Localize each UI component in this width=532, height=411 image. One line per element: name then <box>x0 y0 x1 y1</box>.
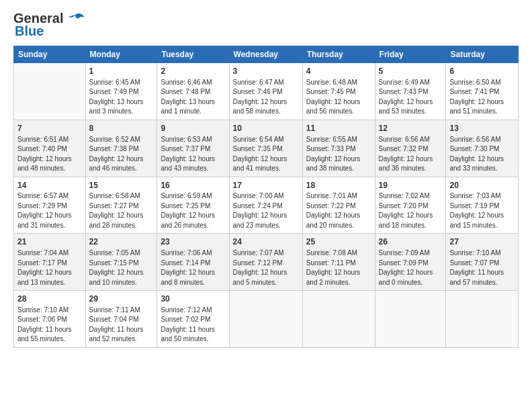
day-number: 22 <box>89 236 154 248</box>
calendar-cell: 22Sunrise: 7:05 AM Sunset: 7:15 PM Dayli… <box>85 234 157 291</box>
day-number: 7 <box>17 123 82 134</box>
day-number: 24 <box>233 236 299 248</box>
calendar-cell: 2Sunrise: 6:46 AM Sunset: 7:48 PM Daylig… <box>157 63 229 120</box>
calendar-header: SundayMondayTuesdayWednesdayThursdayFrid… <box>14 46 519 63</box>
calendar-cell: 3Sunrise: 6:47 AM Sunset: 7:46 PM Daylig… <box>229 63 302 120</box>
calendar-cell <box>375 291 446 348</box>
calendar-cell: 17Sunrise: 7:00 AM Sunset: 7:24 PM Dayli… <box>229 177 302 234</box>
day-info: Sunrise: 6:54 AM Sunset: 7:35 PM Dayligh… <box>233 135 299 174</box>
calendar-cell: 15Sunrise: 6:58 AM Sunset: 7:27 PM Dayli… <box>85 177 157 234</box>
day-info: Sunrise: 7:11 AM Sunset: 7:04 PM Dayligh… <box>89 306 154 345</box>
calendar-cell: 28Sunrise: 7:10 AM Sunset: 7:06 PM Dayli… <box>14 291 86 348</box>
day-number: 11 <box>306 123 371 134</box>
day-info: Sunrise: 7:06 AM Sunset: 7:14 PM Dayligh… <box>161 248 225 287</box>
day-info: Sunrise: 6:56 AM Sunset: 7:30 PM Dayligh… <box>449 135 515 174</box>
day-info: Sunrise: 7:08 AM Sunset: 7:11 PM Dayligh… <box>306 248 371 287</box>
calendar-cell <box>446 291 519 348</box>
day-number: 21 <box>17 236 82 248</box>
calendar-cell: 11Sunrise: 6:55 AM Sunset: 7:33 PM Dayli… <box>302 120 375 177</box>
day-number: 6 <box>449 66 515 77</box>
day-number: 28 <box>17 293 82 305</box>
day-number: 5 <box>379 66 443 77</box>
logo-text-blue: Blue <box>15 24 44 39</box>
calendar-cell: 24Sunrise: 7:07 AM Sunset: 7:12 PM Dayli… <box>229 234 302 291</box>
calendar-week-4: 21Sunrise: 7:04 AM Sunset: 7:17 PM Dayli… <box>14 234 519 291</box>
day-info: Sunrise: 7:05 AM Sunset: 7:15 PM Dayligh… <box>89 248 154 287</box>
calendar-cell: 4Sunrise: 6:48 AM Sunset: 7:45 PM Daylig… <box>302 63 375 120</box>
day-number: 19 <box>379 180 443 191</box>
day-info: Sunrise: 6:46 AM Sunset: 7:48 PM Dayligh… <box>161 78 225 117</box>
logo: General Blue <box>13 11 85 39</box>
calendar-cell: 9Sunrise: 6:53 AM Sunset: 7:37 PM Daylig… <box>157 120 229 177</box>
day-info: Sunrise: 6:59 AM Sunset: 7:25 PM Dayligh… <box>161 191 225 230</box>
calendar-cell: 16Sunrise: 6:59 AM Sunset: 7:25 PM Dayli… <box>157 177 229 234</box>
day-number: 14 <box>17 180 82 191</box>
day-number: 8 <box>89 123 154 134</box>
day-info: Sunrise: 7:01 AM Sunset: 7:22 PM Dayligh… <box>306 191 371 230</box>
day-number: 29 <box>89 293 154 305</box>
calendar-cell: 30Sunrise: 7:12 AM Sunset: 7:02 PM Dayli… <box>157 291 229 348</box>
logo-bird-icon <box>66 12 85 26</box>
calendar-cell: 25Sunrise: 7:08 AM Sunset: 7:11 PM Dayli… <box>302 234 375 291</box>
day-number: 10 <box>233 123 299 134</box>
day-info: Sunrise: 7:04 AM Sunset: 7:17 PM Dayligh… <box>17 248 82 287</box>
day-number: 17 <box>233 180 299 191</box>
calendar-week-3: 14Sunrise: 6:57 AM Sunset: 7:29 PM Dayli… <box>14 177 519 234</box>
weekday-header-monday: Monday <box>85 46 157 63</box>
day-number: 9 <box>161 123 225 134</box>
day-number: 26 <box>379 236 443 248</box>
day-info: Sunrise: 6:50 AM Sunset: 7:41 PM Dayligh… <box>449 78 515 117</box>
day-number: 25 <box>306 236 371 248</box>
calendar-cell: 10Sunrise: 6:54 AM Sunset: 7:35 PM Dayli… <box>229 120 302 177</box>
day-info: Sunrise: 7:03 AM Sunset: 7:19 PM Dayligh… <box>449 191 515 230</box>
day-number: 16 <box>161 180 225 191</box>
weekday-header-saturday: Saturday <box>446 46 519 63</box>
calendar-cell: 26Sunrise: 7:09 AM Sunset: 7:09 PM Dayli… <box>375 234 446 291</box>
weekday-header-thursday: Thursday <box>302 46 375 63</box>
day-number: 1 <box>89 66 154 77</box>
day-number: 23 <box>161 236 225 248</box>
calendar-cell: 6Sunrise: 6:50 AM Sunset: 7:41 PM Daylig… <box>446 63 519 120</box>
day-number: 12 <box>379 123 443 134</box>
calendar-week-5: 28Sunrise: 7:10 AM Sunset: 7:06 PM Dayli… <box>14 291 519 348</box>
weekday-header-friday: Friday <box>375 46 446 63</box>
day-info: Sunrise: 7:10 AM Sunset: 7:06 PM Dayligh… <box>17 306 82 345</box>
day-info: Sunrise: 6:53 AM Sunset: 7:37 PM Dayligh… <box>161 135 225 174</box>
calendar-cell: 23Sunrise: 7:06 AM Sunset: 7:14 PM Dayli… <box>157 234 229 291</box>
weekday-header-sunday: Sunday <box>14 46 86 63</box>
calendar-cell: 14Sunrise: 6:57 AM Sunset: 7:29 PM Dayli… <box>14 177 86 234</box>
calendar-cell: 19Sunrise: 7:02 AM Sunset: 7:20 PM Dayli… <box>375 177 446 234</box>
day-info: Sunrise: 7:07 AM Sunset: 7:12 PM Dayligh… <box>233 248 299 287</box>
day-info: Sunrise: 6:49 AM Sunset: 7:43 PM Dayligh… <box>379 78 443 117</box>
calendar-week-1: 1Sunrise: 6:45 AM Sunset: 7:49 PM Daylig… <box>14 63 519 120</box>
day-info: Sunrise: 7:00 AM Sunset: 7:24 PM Dayligh… <box>233 191 299 230</box>
day-info: Sunrise: 6:47 AM Sunset: 7:46 PM Dayligh… <box>233 78 299 117</box>
calendar-cell: 20Sunrise: 7:03 AM Sunset: 7:19 PM Dayli… <box>446 177 519 234</box>
day-info: Sunrise: 6:51 AM Sunset: 7:40 PM Dayligh… <box>17 135 82 174</box>
calendar-cell: 5Sunrise: 6:49 AM Sunset: 7:43 PM Daylig… <box>375 63 446 120</box>
calendar-cell: 27Sunrise: 7:10 AM Sunset: 7:07 PM Dayli… <box>446 234 519 291</box>
day-number: 18 <box>306 180 371 191</box>
day-info: Sunrise: 6:57 AM Sunset: 7:29 PM Dayligh… <box>17 191 82 230</box>
day-info: Sunrise: 6:45 AM Sunset: 7:49 PM Dayligh… <box>89 78 154 117</box>
calendar-cell: 12Sunrise: 6:56 AM Sunset: 7:32 PM Dayli… <box>375 120 446 177</box>
day-info: Sunrise: 7:02 AM Sunset: 7:20 PM Dayligh… <box>379 191 443 230</box>
day-number: 30 <box>161 293 225 305</box>
day-info: Sunrise: 7:09 AM Sunset: 7:09 PM Dayligh… <box>379 248 443 287</box>
calendar-cell <box>14 63 86 120</box>
calendar-cell: 18Sunrise: 7:01 AM Sunset: 7:22 PM Dayli… <box>302 177 375 234</box>
calendar-cell: 8Sunrise: 6:52 AM Sunset: 7:38 PM Daylig… <box>85 120 157 177</box>
calendar-cell <box>302 291 375 348</box>
calendar-cell: 7Sunrise: 6:51 AM Sunset: 7:40 PM Daylig… <box>14 120 86 177</box>
calendar-cell: 13Sunrise: 6:56 AM Sunset: 7:30 PM Dayli… <box>446 120 519 177</box>
calendar-cell: 29Sunrise: 7:11 AM Sunset: 7:04 PM Dayli… <box>85 291 157 348</box>
calendar: SundayMondayTuesdayWednesdayThursdayFrid… <box>13 46 519 348</box>
day-number: 4 <box>306 66 371 77</box>
day-number: 2 <box>161 66 225 77</box>
day-info: Sunrise: 6:56 AM Sunset: 7:32 PM Dayligh… <box>379 135 443 174</box>
day-number: 27 <box>449 236 515 248</box>
weekday-header-wednesday: Wednesday <box>229 46 302 63</box>
day-info: Sunrise: 7:12 AM Sunset: 7:02 PM Dayligh… <box>161 306 225 345</box>
calendar-week-2: 7Sunrise: 6:51 AM Sunset: 7:40 PM Daylig… <box>14 120 519 177</box>
calendar-cell: 1Sunrise: 6:45 AM Sunset: 7:49 PM Daylig… <box>85 63 157 120</box>
